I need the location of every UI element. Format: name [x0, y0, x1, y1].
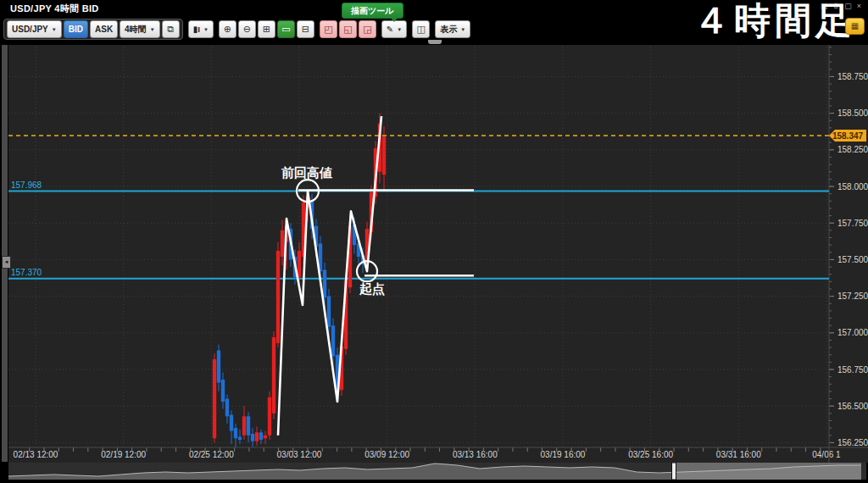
annotation-text: 起点 [359, 281, 385, 297]
x-axis-label: 02/25 12:00 [189, 450, 234, 459]
chevron-down-icon: ▼ [203, 27, 209, 32]
draw-shortcut-group: ◰ ◱ ◲ [320, 20, 376, 38]
zoom-in-icon: ⊕ [224, 24, 231, 35]
toolbar: USD/JPY▼ BID ASK 4時間▼ ⧉ ▮ı▼ ⊕ ⊖ ⊞ ▭ ⊟ ◰ … [3, 19, 470, 40]
pane-crosshair-icon: ⊞ [263, 24, 270, 35]
x-axis-label: 03/19 16:00 [541, 450, 586, 459]
chevron-down-icon: ▼ [52, 27, 57, 32]
panel-toggle-button[interactable]: ▦ [845, 18, 865, 35]
chart-type-icon: ▮ı [193, 25, 200, 34]
x-axis-label: 04/06 1 [812, 450, 841, 459]
draw-poly-button[interactable]: ◱ [339, 20, 357, 38]
range-navigator[interactable] [0, 463, 868, 481]
instrument-group: USD/JPY▼ BID ASK 4時間▼ ⧉ [3, 19, 183, 40]
chevron-down-icon: ▼ [397, 27, 402, 32]
chart-type-button[interactable]: ▮ı▼ [188, 20, 214, 38]
y-axis-label: 157.500 [837, 255, 868, 264]
pane-crosshair-button[interactable]: ⊞ [258, 20, 275, 38]
y-axis-label: 157.250 [837, 291, 868, 301]
draw-free-button[interactable]: ◲ [359, 20, 376, 38]
close-icon[interactable]: × [857, 2, 861, 10]
y-axis-label: 156.250 [837, 438, 868, 447]
compare-icon: ⧉ [167, 24, 174, 35]
left-collapse-button[interactable]: ◂ [2, 256, 11, 269]
candlestick-chart[interactable]: 02/13 12:0002/19 12:0002/25 12:0003/03 1… [0, 40, 868, 463]
titlebar: USD/JPY 4時間 BID ４時間足 ▤ ⚙ ▢ × [0, 0, 868, 17]
x-axis-label: 03/25 16:00 [628, 450, 673, 459]
draw-pencil-button[interactable]: ✎▼ [381, 20, 407, 38]
x-axis-label: 03/09 12:00 [364, 450, 409, 459]
x-axis-label: 03/03 12:00 [277, 450, 322, 459]
display-menu-button[interactable]: 表示▼ [435, 20, 470, 38]
y-axis-label: 156.500 [837, 402, 868, 411]
draw-poly-icon: ◱ [343, 24, 352, 35]
pencil-icon: ✎ [387, 25, 393, 34]
current-price-value: 158.347 [832, 131, 864, 141]
timeframe-select[interactable]: 4時間▼ [120, 20, 160, 38]
zoom-out-button[interactable]: ⊖ [238, 20, 256, 38]
x-axis-label: 03/13 16:00 [453, 450, 498, 459]
ask-button[interactable]: ASK [90, 20, 118, 38]
draw-rect-button[interactable]: ◰ [320, 20, 337, 38]
bid-button[interactable]: BID [64, 20, 88, 38]
pane-right-button[interactable]: ⊟ [297, 20, 314, 38]
zoom-in-button[interactable]: ⊕ [219, 20, 236, 38]
top-collapse-handle[interactable] [428, 40, 442, 44]
annotation-text: 前回高値 [281, 165, 332, 180]
y-axis-label: 157.000 [837, 328, 868, 337]
pane-right-icon: ⊟ [302, 24, 309, 35]
zoom-pane-group: ⊕ ⊖ ⊞ ▭ ⊟ [219, 20, 314, 38]
y-axis-label: 157.750 [837, 219, 868, 228]
draw-free-icon: ◲ [363, 24, 371, 35]
trading-app-window: { "titlebar": { "title": "USD/JPY 4時間 BI… [0, 0, 868, 483]
x-axis-label: 03/31 16:00 [716, 450, 761, 459]
compare-button[interactable]: ⧉ [162, 20, 180, 38]
chart-title: USD/JPY 4時間 BID [10, 3, 99, 15]
timeframe-watermark: ４時間足 [693, 0, 856, 46]
price-line-label: 157.370 [11, 268, 42, 277]
y-axis-label: 158.000 [837, 182, 868, 192]
x-axis-label: 02/19 12:00 [101, 450, 146, 459]
chevron-down-icon: ▼ [460, 27, 465, 32]
y-axis-label: 158.500 [837, 108, 868, 118]
snapshot-icon: ◫ [417, 24, 426, 35]
chevron-down-icon: ▼ [150, 27, 155, 32]
y-axis-label: 158.250 [837, 145, 868, 154]
left-scroll-strip[interactable]: ◂ [2, 45, 8, 462]
pane-fit-icon: ▭ [281, 24, 290, 35]
price-line-label: 157.968 [11, 180, 42, 190]
draw-rect-icon: ◰ [324, 24, 332, 35]
y-axis-label: 156.750 [837, 365, 868, 375]
navigator-handle [672, 463, 676, 480]
snapshot-button[interactable]: ◫ [412, 20, 430, 38]
y-axis-label: 158.750 [837, 72, 868, 81]
pane-fit-button[interactable]: ▭ [277, 20, 295, 38]
x-axis-label: 02/13 12:00 [14, 450, 58, 459]
tooltip-arrow [390, 17, 398, 22]
zoom-out-icon: ⊖ [243, 24, 251, 35]
pair-select[interactable]: USD/JPY▼ [7, 20, 62, 38]
